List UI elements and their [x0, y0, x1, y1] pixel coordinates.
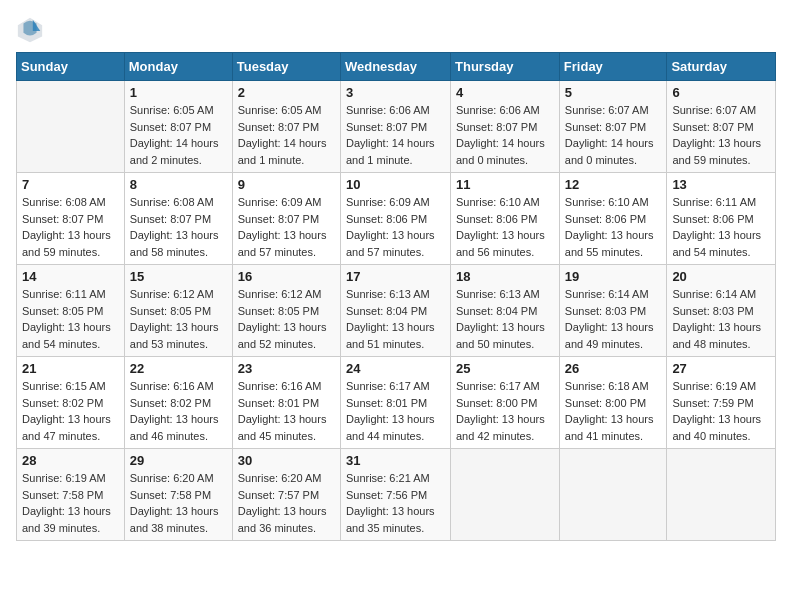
day-number: 19	[565, 269, 662, 284]
daylight-label: Daylight:	[346, 321, 392, 333]
sunrise-label: Sunrise:	[565, 104, 608, 116]
daylight-label: Daylight:	[456, 413, 502, 425]
sunrise-label: Sunrise:	[22, 472, 65, 484]
sunset-label: Sunset:	[238, 489, 278, 501]
weekday-header-cell: Thursday	[451, 53, 560, 81]
day-info: Sunrise: 6:15 AM Sunset: 8:02 PM Dayligh…	[22, 378, 119, 444]
calendar-day-cell: 4 Sunrise: 6:06 AM Sunset: 8:07 PM Dayli…	[451, 81, 560, 173]
weekday-header-row: SundayMondayTuesdayWednesdayThursdayFrid…	[17, 53, 776, 81]
calendar-day-cell: 11 Sunrise: 6:10 AM Sunset: 8:06 PM Dayl…	[451, 173, 560, 265]
day-info: Sunrise: 6:07 AM Sunset: 8:07 PM Dayligh…	[565, 102, 662, 168]
day-number: 16	[238, 269, 335, 284]
sunrise-label: Sunrise:	[238, 472, 281, 484]
page-header	[16, 16, 776, 44]
day-number: 24	[346, 361, 445, 376]
calendar-day-cell: 30 Sunrise: 6:20 AM Sunset: 7:57 PM Dayl…	[232, 449, 340, 541]
daylight-label: Daylight:	[130, 321, 176, 333]
calendar-day-cell: 27 Sunrise: 6:19 AM Sunset: 7:59 PM Dayl…	[667, 357, 776, 449]
sunset-label: Sunset:	[672, 305, 712, 317]
sunset-label: Sunset:	[238, 121, 278, 133]
weekday-header-cell: Saturday	[667, 53, 776, 81]
daylight-label: Daylight:	[238, 413, 284, 425]
calendar-day-cell	[559, 449, 667, 541]
sunrise-time: 6:10 AM	[608, 196, 648, 208]
daylight-label: Daylight:	[565, 321, 611, 333]
daylight-label: Daylight:	[238, 505, 284, 517]
sunset-time: 8:02 PM	[62, 397, 103, 409]
daylight-label: Daylight:	[672, 321, 718, 333]
sunrise-time: 6:05 AM	[173, 104, 213, 116]
sunset-label: Sunset:	[672, 213, 712, 225]
daylight-label: Daylight:	[22, 229, 68, 241]
day-number: 1	[130, 85, 227, 100]
day-info: Sunrise: 6:14 AM Sunset: 8:03 PM Dayligh…	[565, 286, 662, 352]
day-info: Sunrise: 6:14 AM Sunset: 8:03 PM Dayligh…	[672, 286, 770, 352]
sunset-time: 8:03 PM	[713, 305, 754, 317]
sunrise-time: 6:17 AM	[389, 380, 429, 392]
sunrise-time: 6:21 AM	[389, 472, 429, 484]
sunrise-label: Sunrise:	[22, 196, 65, 208]
sunset-label: Sunset:	[456, 121, 496, 133]
sunrise-label: Sunrise:	[456, 288, 499, 300]
weekday-header-cell: Wednesday	[340, 53, 450, 81]
sunset-time: 8:05 PM	[278, 305, 319, 317]
sunset-time: 8:02 PM	[170, 397, 211, 409]
sunset-label: Sunset:	[238, 213, 278, 225]
daylight-label: Daylight:	[22, 413, 68, 425]
day-info: Sunrise: 6:13 AM Sunset: 8:04 PM Dayligh…	[456, 286, 554, 352]
calendar-day-cell: 1 Sunrise: 6:05 AM Sunset: 8:07 PM Dayli…	[124, 81, 232, 173]
day-number: 8	[130, 177, 227, 192]
calendar-body: 1 Sunrise: 6:05 AM Sunset: 8:07 PM Dayli…	[17, 81, 776, 541]
weekday-header-cell: Friday	[559, 53, 667, 81]
day-number: 6	[672, 85, 770, 100]
sunrise-time: 6:13 AM	[389, 288, 429, 300]
sunset-label: Sunset:	[130, 213, 170, 225]
sunset-label: Sunset:	[565, 121, 605, 133]
day-info: Sunrise: 6:08 AM Sunset: 8:07 PM Dayligh…	[130, 194, 227, 260]
sunrise-label: Sunrise:	[22, 380, 65, 392]
daylight-label: Daylight:	[456, 321, 502, 333]
day-number: 11	[456, 177, 554, 192]
calendar-week-row: 1 Sunrise: 6:05 AM Sunset: 8:07 PM Dayli…	[17, 81, 776, 173]
calendar-day-cell: 8 Sunrise: 6:08 AM Sunset: 8:07 PM Dayli…	[124, 173, 232, 265]
calendar-day-cell: 5 Sunrise: 6:07 AM Sunset: 8:07 PM Dayli…	[559, 81, 667, 173]
daylight-label: Daylight:	[238, 137, 284, 149]
daylight-label: Daylight:	[565, 137, 611, 149]
sunset-label: Sunset:	[238, 397, 278, 409]
sunset-label: Sunset:	[22, 305, 62, 317]
day-info: Sunrise: 6:16 AM Sunset: 8:02 PM Dayligh…	[130, 378, 227, 444]
sunset-time: 7:56 PM	[386, 489, 427, 501]
logo	[16, 16, 48, 44]
sunrise-time: 6:06 AM	[389, 104, 429, 116]
day-info: Sunrise: 6:18 AM Sunset: 8:00 PM Dayligh…	[565, 378, 662, 444]
sunrise-label: Sunrise:	[130, 104, 173, 116]
sunset-time: 7:59 PM	[713, 397, 754, 409]
day-info: Sunrise: 6:16 AM Sunset: 8:01 PM Dayligh…	[238, 378, 335, 444]
sunrise-time: 6:08 AM	[65, 196, 105, 208]
sunrise-label: Sunrise:	[346, 380, 389, 392]
sunrise-time: 6:15 AM	[65, 380, 105, 392]
day-number: 7	[22, 177, 119, 192]
sunrise-time: 6:09 AM	[281, 196, 321, 208]
sunset-time: 8:05 PM	[170, 305, 211, 317]
calendar-day-cell: 9 Sunrise: 6:09 AM Sunset: 8:07 PM Dayli…	[232, 173, 340, 265]
day-number: 28	[22, 453, 119, 468]
calendar-day-cell: 23 Sunrise: 6:16 AM Sunset: 8:01 PM Dayl…	[232, 357, 340, 449]
day-info: Sunrise: 6:09 AM Sunset: 8:06 PM Dayligh…	[346, 194, 445, 260]
daylight-label: Daylight:	[346, 137, 392, 149]
sunset-label: Sunset:	[22, 397, 62, 409]
sunset-label: Sunset:	[456, 213, 496, 225]
calendar-day-cell: 19 Sunrise: 6:14 AM Sunset: 8:03 PM Dayl…	[559, 265, 667, 357]
day-info: Sunrise: 6:11 AM Sunset: 8:06 PM Dayligh…	[672, 194, 770, 260]
calendar-day-cell: 2 Sunrise: 6:05 AM Sunset: 8:07 PM Dayli…	[232, 81, 340, 173]
sunrise-label: Sunrise:	[238, 288, 281, 300]
day-number: 30	[238, 453, 335, 468]
sunset-time: 8:07 PM	[605, 121, 646, 133]
sunset-time: 8:07 PM	[278, 213, 319, 225]
sunrise-time: 6:20 AM	[281, 472, 321, 484]
day-info: Sunrise: 6:21 AM Sunset: 7:56 PM Dayligh…	[346, 470, 445, 536]
day-info: Sunrise: 6:19 AM Sunset: 7:59 PM Dayligh…	[672, 378, 770, 444]
sunrise-time: 6:10 AM	[499, 196, 539, 208]
weekday-header-cell: Sunday	[17, 53, 125, 81]
calendar-day-cell: 22 Sunrise: 6:16 AM Sunset: 8:02 PM Dayl…	[124, 357, 232, 449]
